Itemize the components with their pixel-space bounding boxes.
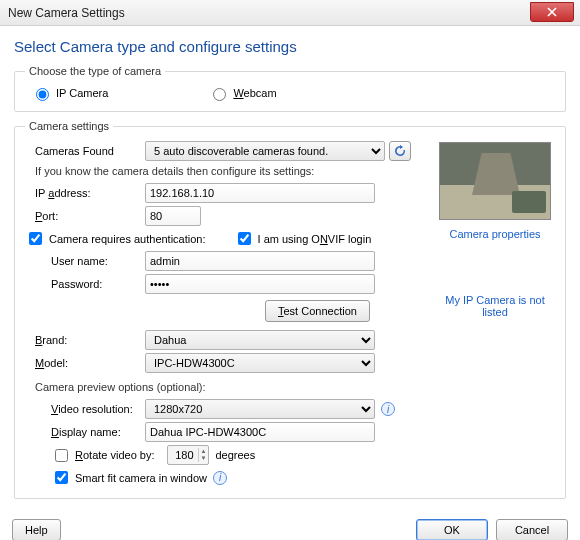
smartfit-label: Smart fit camera in window [75,472,207,484]
camera-not-listed-link[interactable]: My IP Camera is not listed [435,294,555,318]
camera-preview-image [439,142,551,220]
cameras-found-label: Cameras Found [25,145,145,157]
brand-label: Brand: [25,334,145,346]
group-camera-type-legend: Choose the type of camera [25,65,165,77]
radio-ip-camera[interactable]: IP Camera [31,85,108,101]
rotate-suffix: degrees [215,449,255,461]
port-label: Port: [25,210,145,222]
spinner-down-icon[interactable]: ▼ [199,455,209,462]
page-title: Select Camera type and configure setting… [14,38,566,55]
preview-options-label: Camera preview options (optional): [35,381,429,393]
display-name-input[interactable] [145,422,375,442]
password-label: Password: [25,278,145,290]
radio-ip-camera-input[interactable] [36,88,49,101]
username-input[interactable] [145,251,375,271]
close-icon [547,7,557,17]
info-icon[interactable]: i [381,402,395,416]
model-label: Model: [25,357,145,369]
radio-ip-camera-label: IP Camera [56,87,108,99]
rotate-value[interactable] [168,446,198,464]
refresh-icon [394,145,406,157]
info-icon[interactable]: i [213,471,227,485]
rotate-checkbox[interactable] [55,449,68,462]
help-button[interactable]: Help [12,519,61,540]
auth-label: Camera requires authentication: [49,233,206,245]
username-label: User name: [25,255,145,267]
display-name-label: Display name: [25,426,145,438]
rotate-spinner[interactable]: ▲▼ [167,445,210,465]
password-input[interactable] [145,274,375,294]
refresh-button[interactable] [389,141,411,161]
test-connection-button[interactable]: Test Connection [265,300,370,322]
group-camera-settings: Camera settings Cameras Found 5 auto dis… [14,120,566,499]
spinner-up-icon[interactable]: ▲ [199,448,209,455]
dialog-footer: Help OK Cancel [0,513,580,540]
config-note: If you know the camera details then conf… [35,165,429,177]
radio-webcam[interactable]: Webcam [208,85,276,101]
cameras-found-select[interactable]: 5 auto discoverable cameras found. [145,141,385,161]
ip-address-input[interactable] [145,183,375,203]
group-camera-type: Choose the type of camera IP Camera Webc… [14,65,566,112]
camera-properties-link[interactable]: Camera properties [435,228,555,240]
model-select[interactable]: IPC-HDW4300C [145,353,375,373]
rotate-label: Rotate video by: [75,449,155,461]
resolution-select[interactable]: 1280x720 [145,399,375,419]
ip-label: IP address: [25,187,145,199]
onvif-label: I am using ONVIF login [258,233,372,245]
radio-webcam-label: Webcam [233,87,276,99]
brand-select[interactable]: Dahua [145,330,375,350]
window-title: New Camera Settings [8,6,125,20]
ok-button[interactable]: OK [416,519,488,540]
port-input[interactable] [145,206,201,226]
radio-webcam-input[interactable] [213,88,226,101]
cancel-button[interactable]: Cancel [496,519,568,540]
group-camera-settings-legend: Camera settings [25,120,113,132]
smartfit-checkbox[interactable] [55,471,68,484]
close-button[interactable] [530,2,574,22]
onvif-checkbox[interactable] [238,232,251,245]
titlebar: New Camera Settings [0,0,580,26]
auth-checkbox[interactable] [29,232,42,245]
resolution-label: Video resolution: [25,403,145,415]
